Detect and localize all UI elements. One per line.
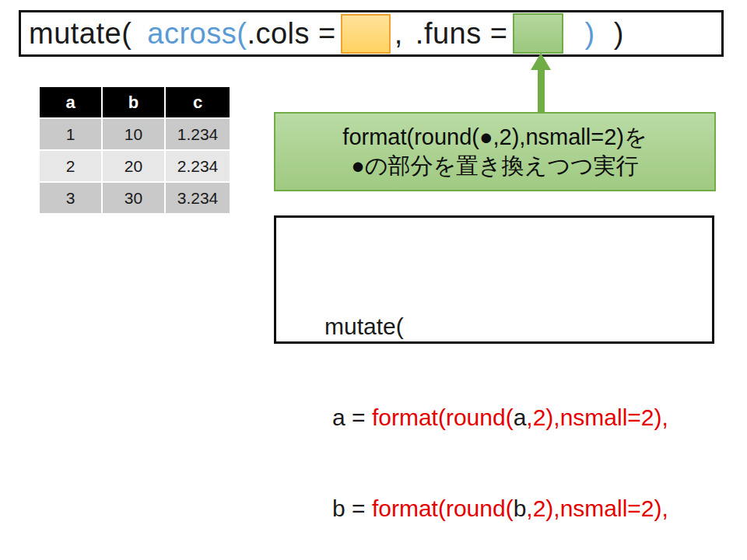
arrow-up-shaft xyxy=(538,68,545,114)
arrow-up-icon xyxy=(531,53,551,70)
mutate-close-label: ) xyxy=(614,17,624,51)
code-mutate-open: mutate( xyxy=(324,313,404,339)
code-red-suffix-b: ,2),nsmall=2), xyxy=(526,495,668,521)
table-cell: 10 xyxy=(103,119,164,149)
callout-line-1: format(round(●,2),nsmall=2)を xyxy=(342,123,647,152)
cols-arg-label: .cols = xyxy=(247,17,335,51)
code-line-mutate-open: mutate( xyxy=(286,281,707,311)
table-header-cell-b: b xyxy=(103,87,164,117)
slide-canvas: mutate( across( .cols = , .funs = ) ) a … xyxy=(0,0,747,560)
callout-line-2: ●の部分を置き換えつつ実行 xyxy=(351,152,639,180)
code-line-c: c = format(round(c,2),nsmall=2)) xyxy=(286,554,707,560)
code-arg-a: a xyxy=(514,404,527,430)
funs-placeholder-swatch xyxy=(513,13,563,54)
table-cell: 1.234 xyxy=(166,119,230,149)
across-open-label: across( xyxy=(147,17,247,51)
table-cell: 2 xyxy=(40,151,101,181)
funs-arg-label: .funs = xyxy=(416,17,508,51)
code-red-prefix-b: format(round( xyxy=(372,495,514,521)
table-cell: 2.234 xyxy=(166,151,230,181)
code-line-b: b = format(round(b,2),nsmall=2), xyxy=(286,463,707,493)
table-cell: 3.234 xyxy=(166,183,230,213)
code-red-prefix-a: format(round( xyxy=(372,404,514,430)
across-close-label: ) xyxy=(585,17,595,51)
callout-box: format(round(●,2),nsmall=2)を ●の部分を置き換えつつ… xyxy=(274,112,716,191)
code-arg-b: b xyxy=(514,495,527,521)
data-table: a b c 1 10 1.234 2 20 2.234 3 30 3.234 xyxy=(40,87,230,213)
table-header-cell-a: a xyxy=(40,87,101,117)
table-cell: 1 xyxy=(40,119,101,149)
code-red-suffix-a: ,2),nsmall=2), xyxy=(526,404,668,430)
cols-placeholder-swatch xyxy=(341,14,391,54)
code-var-a: a = xyxy=(332,404,372,430)
code-var-b: b = xyxy=(332,495,372,521)
table-header-cell-c: c xyxy=(166,87,230,117)
code-line-a: a = format(round(a,2),nsmall=2), xyxy=(286,372,707,402)
mutate-open-label: mutate( xyxy=(29,17,132,51)
comma-label: , xyxy=(395,17,403,51)
code-box: mutate( a = format(round(a,2),nsmall=2),… xyxy=(274,215,714,344)
table-cell: 3 xyxy=(40,183,101,213)
formula-bar: mutate( across( .cols = , .funs = ) ) xyxy=(19,10,724,57)
table-cell: 30 xyxy=(103,183,164,213)
table-cell: 20 xyxy=(103,151,164,181)
